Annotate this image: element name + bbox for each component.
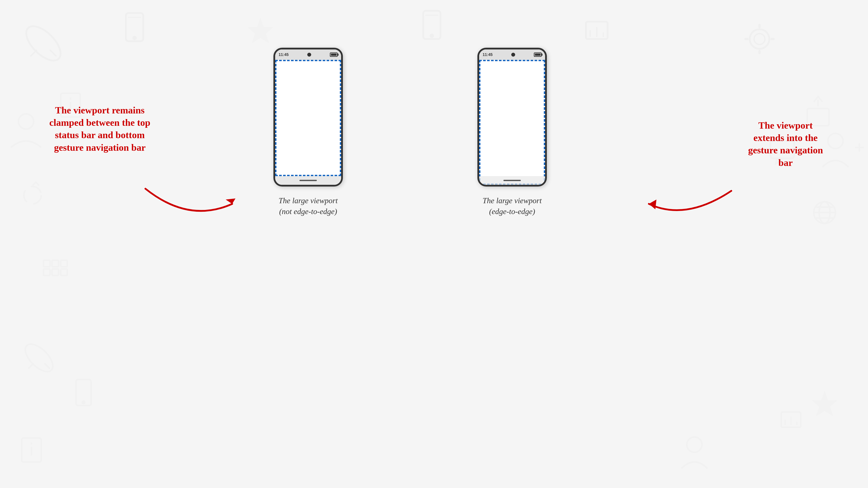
right-annotation: The viewportextends into thegesture navi… xyxy=(729,119,842,169)
gesture-bar-2 xyxy=(479,176,545,185)
phone-edge-to-edge: 11:45 The large viewport (edge-to-edge) xyxy=(477,48,547,217)
svg-marker-56 xyxy=(226,198,236,204)
battery-1 xyxy=(330,53,338,57)
phone-not-edge-to-edge: 11:45 The large viewport (not edge-to-ed… xyxy=(273,48,343,217)
gesture-indicator-1 xyxy=(300,180,317,181)
caption-phone-1: The large viewport (not edge-to-edge) xyxy=(279,195,338,217)
status-time-1: 11:45 xyxy=(279,53,289,57)
left-annotation: The viewport remains clamped between the… xyxy=(43,104,156,154)
phone-mockup-2: 11:45 xyxy=(477,48,547,187)
status-bar-1: 11:45 xyxy=(275,50,341,60)
camera-dot-1 xyxy=(307,53,311,57)
status-bar-2: 11:45 xyxy=(479,50,545,60)
status-time-2: 11:45 xyxy=(483,53,493,57)
viewport-edge xyxy=(479,60,545,185)
gesture-bar-1 xyxy=(275,176,341,185)
main-content: The viewport remains clamped between the… xyxy=(0,0,868,488)
battery-2 xyxy=(534,53,541,57)
viewport-clamped xyxy=(275,60,341,176)
caption-phone-2: The large viewport (edge-to-edge) xyxy=(483,195,542,217)
phone-mockup-1: 11:45 xyxy=(273,48,343,187)
left-arrow xyxy=(134,184,243,228)
svg-marker-57 xyxy=(649,199,656,209)
camera-dot-2 xyxy=(511,53,515,57)
right-arrow xyxy=(638,187,742,226)
gesture-indicator-2 xyxy=(503,180,521,181)
